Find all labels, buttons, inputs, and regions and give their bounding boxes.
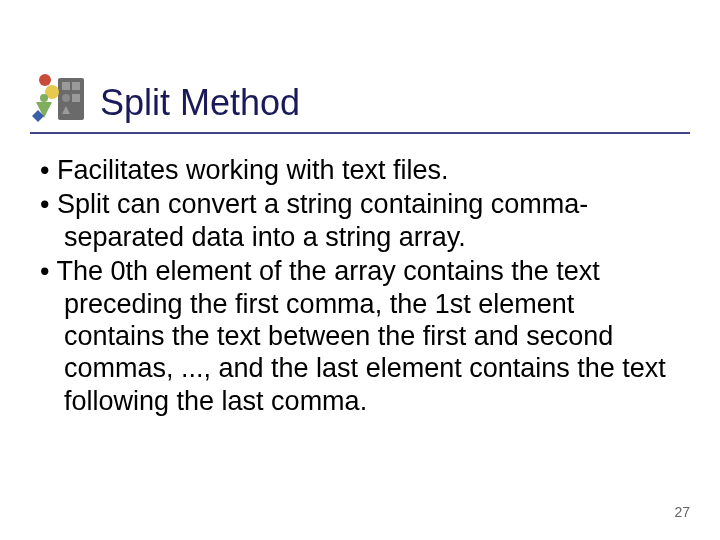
svg-rect-0 (58, 78, 84, 120)
svg-point-6 (39, 74, 51, 86)
svg-rect-4 (72, 94, 80, 102)
bullet-list: Facilitates working with text files. Spl… (40, 154, 680, 417)
svg-rect-2 (72, 82, 80, 90)
slide-header: Split Method (0, 0, 720, 132)
header-divider (30, 132, 690, 134)
page-number: 27 (674, 504, 690, 520)
svg-point-9 (40, 94, 48, 102)
svg-point-3 (62, 94, 70, 102)
list-item: The 0th element of the array contains th… (40, 255, 680, 417)
list-item: Facilitates working with text files. (40, 154, 680, 186)
list-item: Split can convert a string containing co… (40, 188, 680, 253)
slide-content: Facilitates working with text files. Spl… (0, 154, 720, 417)
slide-title: Split Method (100, 82, 300, 124)
svg-rect-1 (62, 82, 70, 90)
logo-icon (30, 70, 86, 126)
